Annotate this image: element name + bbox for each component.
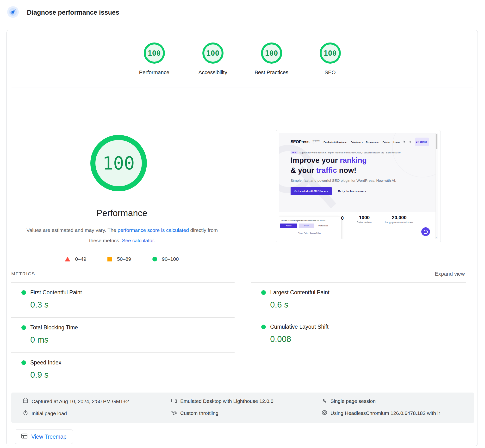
screenshot-navbar: SEOPress English ▾ Products & Services ▾… <box>291 137 429 147</box>
average-square-icon <box>107 257 112 261</box>
score-label: Accessibility <box>198 69 227 76</box>
view-treemap-button[interactable]: View Treemap <box>15 430 73 444</box>
session-type: Single page session <box>321 398 376 405</box>
category-scores-row: 100 Performance 100 Accessibility 100 Be… <box>7 42 477 76</box>
nav-solutions: Solutions ▾ <box>351 141 363 143</box>
score-circle: 100 <box>202 42 223 64</box>
emulated-device: Emulated Desktop with Lighthouse 12.0.0 <box>171 398 273 405</box>
metric-row-lcp: Largest Contentful Paint 0.6 s <box>251 282 466 317</box>
pass-dot-icon <box>261 325 266 329</box>
score-accessibility[interactable]: 100 Accessibility <box>184 42 242 76</box>
treemap-icon <box>21 433 28 440</box>
metric-row-cls: Cumulative Layout Shift 0.008 <box>251 317 466 352</box>
pagespeed-report: Diagnose performance issues 100 Performa… <box>0 0 485 448</box>
screenshot-subtitle: Simple, fast and powerful SEO plugin for… <box>291 178 396 183</box>
chat-icon <box>424 230 428 234</box>
nav-pricing: Pricing <box>383 141 390 143</box>
summary-text-1: Values are estimated and may vary. The <box>26 227 117 233</box>
chat-bubble-button <box>421 227 430 236</box>
screenshot-viewport: SEOPress English ▾ Products & Services ▾… <box>279 133 438 239</box>
score-performance[interactable]: 100 Performance <box>125 42 184 76</box>
metric-name: Speed Index <box>30 360 61 366</box>
report-header: Diagnose performance issues <box>7 6 119 19</box>
stat-partial: 0 <box>341 215 344 221</box>
get-started-button: Get started with SEOPress › <box>291 187 332 195</box>
stopwatch-icon <box>23 410 28 417</box>
screenshot-cta-row: Get started with SEOPress › Or try the f… <box>291 187 366 195</box>
language-selector: English ▾ <box>312 139 320 144</box>
pass-dot-icon <box>21 290 26 295</box>
score-circle: 100 <box>144 42 165 64</box>
metric-value: 0.3 s <box>30 300 49 310</box>
cart-icon <box>409 140 411 144</box>
stat-customers: 20,000 happy premium customers <box>382 215 416 224</box>
nav-login: Login <box>394 141 400 143</box>
runtime-settings-bar: Captured at Aug 10, 2024, 2:50 PM GMT+2 … <box>11 392 474 423</box>
calendar-icon <box>23 398 28 405</box>
score-seo[interactable]: 100 SEO <box>301 42 360 76</box>
metric-name: First Contentful Paint <box>30 289 82 296</box>
pass-circle-icon <box>152 257 157 261</box>
metric-row-tbt: Total Blocking Time 0 ms <box>11 317 235 352</box>
chrome-icon <box>321 410 327 417</box>
metrics-column-left: First Contentful Paint 0.3 s Total Block… <box>11 282 235 387</box>
metric-name: Cumulative Layout Shift <box>270 324 329 330</box>
metric-name: Total Blocking Time <box>30 324 78 331</box>
nav-products: Products & Services ▾ <box>323 141 347 143</box>
cookie-consent-dialog: We use cookies to optimize our website a… <box>279 217 341 239</box>
calc-link-1[interactable]: performance score is calculated <box>117 227 189 233</box>
cookie-accept-button: Accept <box>280 224 297 228</box>
headline-part: & your <box>291 166 316 175</box>
legend-pass-range: 90–100 <box>162 256 179 262</box>
headline-ranking: ranking <box>340 156 367 164</box>
performance-gauge-title: Performance <box>7 208 237 218</box>
metric-name: Largest Contentful Paint <box>270 289 329 296</box>
score-label: SEO <box>324 69 336 76</box>
page-screenshot-thumbnail[interactable]: SEOPress English ▾ Products & Services ▾… <box>276 130 441 242</box>
nav-resources: Resources ▾ <box>366 141 379 143</box>
pass-dot-icon <box>21 360 26 365</box>
browser-info: Using HeadlessChromium 126.0.6478.182 wi… <box>321 410 440 417</box>
scrollbar-arrow-icon: ▾ <box>436 237 437 239</box>
score-circle: 100 <box>261 42 282 64</box>
captured-at: Captured at Aug 10, 2024, 2:50 PM GMT+2 <box>23 398 129 405</box>
cookie-preferences-button: Preferences <box>319 225 328 227</box>
pass-dot-icon <box>261 290 266 295</box>
metric-value: 0.008 <box>270 334 291 344</box>
gauge-thumbnail-divider <box>237 158 237 208</box>
score-legend: 0–49 50–89 90–100 <box>7 256 237 262</box>
cookie-buttons: Accept Deny Preferences <box>280 224 339 228</box>
metric-value: 0 ms <box>30 335 49 344</box>
report-card: 100 Performance 100 Accessibility 100 Be… <box>7 30 478 446</box>
metric-value: 0.6 s <box>270 300 288 310</box>
cookie-message: We use cookies to optimize our website a… <box>281 220 326 222</box>
score-label: Performance <box>139 69 169 76</box>
metrics-column-right: Largest Contentful Paint 0.6 s Cumulativ… <box>251 282 466 352</box>
legend-pass: 90–100 <box>152 256 179 262</box>
network-throttle-icon <box>171 410 177 417</box>
screenshot-announcement: NEW Support for WordPress 6.6, import re… <box>291 151 401 154</box>
expand-view-link[interactable]: Expand view <box>435 271 465 277</box>
scrollbar-thumb <box>436 134 437 149</box>
screenshot-headline: Improve your ranking & your traffic now! <box>291 155 367 176</box>
performance-gauge-icon <box>7 6 19 19</box>
announcement-text: Support for WordPress 6.6, import redire… <box>299 151 401 154</box>
calc-link-2[interactable]: See calculator. <box>122 238 155 243</box>
seopress-logo: SEOPress <box>291 139 309 144</box>
nav-get-started-button: Get started › <box>415 137 429 146</box>
performance-gauge: 100 <box>90 135 147 191</box>
score-label: Best Practices <box>255 69 288 76</box>
legend-fail: 0–49 <box>65 256 86 262</box>
fail-triangle-icon <box>65 257 70 261</box>
cookie-deny-button: Deny <box>299 224 314 228</box>
stat-reviews: 1000 5-star reviews <box>353 215 375 224</box>
free-version-link: Or try the free version › <box>338 190 366 192</box>
headline-part: now! <box>337 166 356 175</box>
score-best-practices[interactable]: 100 Best Practices <box>242 42 301 76</box>
session-dots-icon <box>321 398 327 405</box>
legend-average-range: 50–89 <box>117 256 131 262</box>
score-circle: 100 <box>320 42 341 64</box>
screenshot-scrollbar: ▾ <box>436 133 438 239</box>
metrics-section-label: METRICS <box>11 271 35 277</box>
metric-row-fcp: First Contentful Paint 0.3 s <box>11 282 235 317</box>
